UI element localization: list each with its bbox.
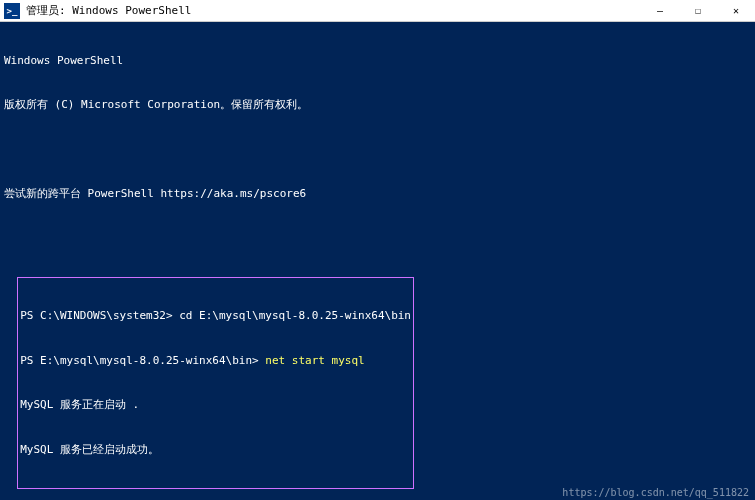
minimize-button[interactable]: — bbox=[641, 0, 679, 22]
console-line: Windows PowerShell bbox=[4, 54, 751, 69]
console-line: PS E:\mysql\mysql-8.0.25-winx64\bin> net… bbox=[20, 354, 411, 369]
titlebar: >_ 管理员: Windows PowerShell — ☐ ✕ bbox=[0, 0, 755, 22]
highlight-box-cd-netstart: PS C:\WINDOWS\system32> cd E:\mysql\mysq… bbox=[17, 277, 414, 489]
powershell-icon: >_ bbox=[4, 3, 20, 19]
blank-line bbox=[4, 232, 751, 247]
console-line: MySQL 服务已经启动成功。 bbox=[20, 443, 411, 458]
terminal-output[interactable]: Windows PowerShell 版权所有 (C) Microsoft Co… bbox=[0, 22, 755, 500]
console-line: 版权所有 (C) Microsoft Corporation。保留所有权利。 bbox=[4, 98, 751, 113]
maximize-button[interactable]: ☐ bbox=[679, 0, 717, 22]
console-line: 尝试新的跨平台 PowerShell https://aka.ms/pscore… bbox=[4, 187, 751, 202]
blank-line bbox=[4, 143, 751, 158]
console-line: PS C:\WINDOWS\system32> cd E:\mysql\mysq… bbox=[20, 309, 411, 324]
console-line: MySQL 服务正在启动 . bbox=[20, 398, 411, 413]
watermark: https://blog.csdn.net/qq_511822 bbox=[562, 487, 749, 498]
window-controls: — ☐ ✕ bbox=[641, 0, 755, 22]
window-title: 管理员: Windows PowerShell bbox=[24, 3, 641, 18]
close-button[interactable]: ✕ bbox=[717, 0, 755, 22]
